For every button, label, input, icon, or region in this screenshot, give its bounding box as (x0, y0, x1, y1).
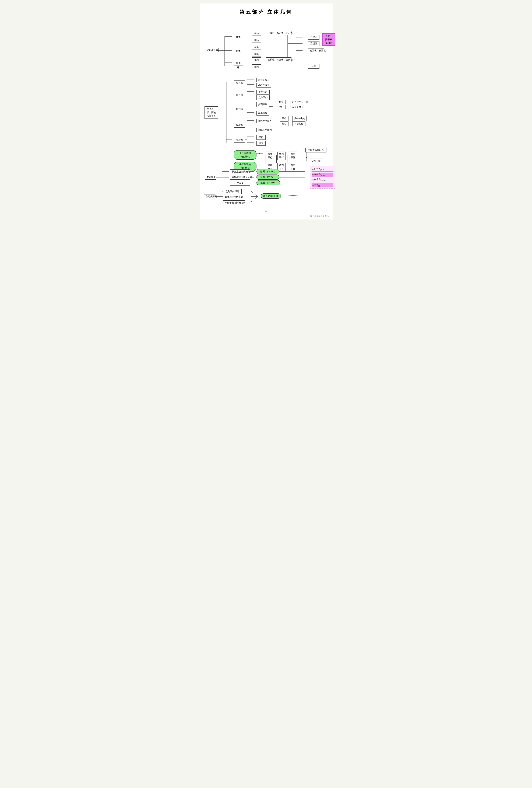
box-xianyuxian: 线与线 (234, 106, 245, 111)
box-meiyugg1: 没有公共点 (291, 105, 305, 110)
box-xmph: 线面平行 (278, 152, 286, 160)
box-tiji: 体积 (308, 64, 320, 68)
box-fw3: 范围：[0°, 180°] (257, 180, 280, 185)
box-sanlingjui: 三棱锥、四面体、正四面体 (266, 57, 291, 62)
box-kongjian-jl: 空间的距离 (204, 194, 216, 199)
box-kongjian-jiao: 空间的角 (205, 175, 216, 180)
box-phpm-jl: 平行平面之间的距离 (223, 200, 245, 205)
box-meiyugg2: 没有公共点 (292, 116, 307, 121)
box-zxym-jl: 直线与平面的距离 (223, 195, 243, 199)
box-fw2: 范围：[0°, 90°] (257, 175, 279, 180)
watermark: 知乎 @爱学习爱自己 (310, 215, 329, 218)
box-fw1: 范围：(0°, 90°] (257, 169, 279, 174)
box-zhuti: 柱体 (234, 35, 243, 39)
svg-line-99 (251, 191, 258, 197)
page-title: 第五部分 立体几何 (203, 9, 329, 15)
svg-marker-103 (259, 153, 261, 154)
box-xxph: 线线平行 (266, 152, 274, 160)
svg-marker-104 (259, 164, 261, 165)
box-lingjui: 棱锥 (252, 57, 261, 62)
box-pinghang1: 平行 (277, 105, 286, 110)
box-zhiyigg: 只有一个公共点 (291, 100, 307, 104)
box-zxym-jiao: 直线与平面所成的角 (230, 175, 250, 180)
box-dianyumian: 点与面 (234, 93, 245, 97)
box-mmcz: 面面垂直 (289, 163, 297, 171)
box-kongjian-zbx: 空间直角坐标系 (305, 148, 326, 153)
box-dianzaimw: 点在面外 (257, 95, 270, 100)
svg-line-101 (251, 197, 258, 202)
box-mmph: 面面平行 (289, 152, 297, 160)
box-yuanzhu: 圆柱 (252, 38, 261, 43)
formula4: d=|a⃗·n⃗|/|n⃗| (311, 183, 333, 187)
box-dianyuxian: 点与线 (234, 80, 245, 85)
box-kongjian-xl: 空间向量 (308, 159, 324, 163)
box-kongjian-weizhiguanxi: 空间点、线、面的位置关系 (205, 106, 218, 119)
diagram: 空间几何体 柱体 台体 锥体 球 棱柱 圆柱 棱台 圆台 (203, 21, 329, 206)
box-zxzpmn: 直线在平面内 (257, 127, 271, 132)
box-dianzaimn: 点在面内 (257, 90, 270, 95)
box-dianzaizxw: 点在直线外 (257, 83, 271, 87)
box-qiu: 球 (234, 65, 243, 70)
box-dtm-jl: 点到面的距离 (223, 189, 242, 194)
box-xianghu-zhuanhua: 相互之间的转化 (261, 193, 281, 199)
box-ermianjiao: 二面角 (230, 181, 250, 185)
box-xiangjiao3: 相交 (257, 141, 266, 145)
box-kongjian-jiheti: 空间几何体 (205, 48, 219, 52)
box-sanshitu: 三视图 (308, 35, 320, 40)
box-mianyumian: 面与面 (234, 138, 245, 143)
box-pinghang-zhuanhua: 平行关系的相互转化 (234, 150, 257, 160)
page-number: 5 (203, 210, 329, 213)
box-changduizheng: 长对正高平齐宽相等 (322, 33, 335, 46)
box-pinghang3: 平行 (257, 135, 266, 140)
box-gongmzx: 共面直线 (257, 102, 269, 107)
box-cemianji: 侧面积、表面积 (308, 48, 324, 53)
box-dianzaizxs: 点在直线上 (257, 78, 271, 82)
box-yuanzhui: 圆锥 (252, 64, 261, 69)
box-yimzx-jiao: 异面直线所成的角 (230, 170, 250, 174)
box-lingzhu: 棱柱 (252, 31, 261, 36)
box-zhenglingzhu: 正棱柱、长方体、正方体 (266, 31, 291, 35)
svg-marker-81 (306, 157, 307, 159)
box-pinghang2: 平行 (280, 116, 288, 121)
box-xiangjiao2: 相交 (280, 121, 288, 126)
box-lingtai: 棱台 (252, 45, 261, 50)
box-zhiguantu: 直观图 (308, 41, 320, 46)
box-zxzpmw: 直线在平面外 (257, 119, 271, 123)
box-xianyumian: 线与面 (234, 123, 245, 127)
formula3: cosθ=n⃗₁·n⃗₂/|n⃗₁|·|n⃗₂| (311, 178, 333, 182)
box-taiti: 台体 (234, 49, 243, 53)
box-zhuizhu: 锥体 (234, 61, 243, 65)
formula-box-angles: cosθ=|a⃗·b⃗|/|a⃗|·|b⃗| sinθ=|a⃗·n⃗|/|a⃗|… (310, 166, 335, 189)
box-yimzx: 异面直线 (257, 111, 269, 116)
formula1: cosθ=|a⃗·b⃗|/|a⃗|·|b⃗| (311, 168, 333, 172)
box-xiangjiao1: 相交 (277, 100, 286, 104)
formula2: sinθ=|a⃗·n⃗|/|a⃗|·|n⃗| (311, 173, 333, 177)
box-yougg: 有公共点 (292, 121, 305, 126)
page: 第五部分 立体几何 (200, 3, 332, 219)
box-yuantai: 圆台 (252, 52, 261, 57)
